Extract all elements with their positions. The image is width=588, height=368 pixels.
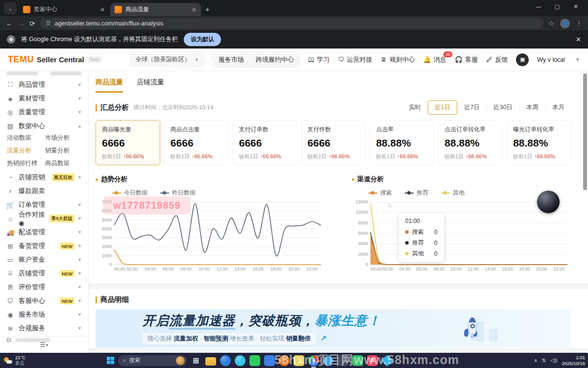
sidebar-item[interactable]: ◈素材管理▼ <box>0 92 88 105</box>
range-button[interactable]: 近1日 <box>428 100 457 115</box>
forward-icon[interactable]: → <box>18 20 24 27</box>
header-nav-doc[interactable]: 🗎规则中心 <box>381 55 415 64</box>
stat-card[interactable]: 商品曝光量6666较前1日↑66.66% <box>96 120 160 165</box>
network-icon[interactable]: ⇅ <box>542 358 546 363</box>
page-scrollbar[interactable] <box>583 73 587 351</box>
sidebar-item[interactable]: 🗩客服中心NEW▼ <box>0 294 88 308</box>
minimize-button[interactable]: — <box>529 0 548 13</box>
range-button[interactable]: 本周 <box>519 100 545 115</box>
sidebar-item[interactable]: ⛶商品管理▼ <box>0 78 88 92</box>
red-n-icon[interactable]: N <box>367 355 378 366</box>
range-button[interactable]: 本月 <box>545 100 571 115</box>
weather-widget[interactable]: 21°C 多云 <box>0 355 25 366</box>
bookmark-star-icon[interactable]: ☆ <box>548 20 554 27</box>
new-tab-button[interactable]: + <box>205 5 210 13</box>
avatar[interactable]: ▣ <box>516 53 529 66</box>
wechat-icon[interactable] <box>249 355 260 366</box>
range-button[interactable]: 近30日 <box>487 100 519 115</box>
volume-icon[interactable]: ◁)) <box>550 358 557 363</box>
set-default-button[interactable]: 设为默认 <box>184 33 221 46</box>
sidebar-item[interactable]: 🖹评价管理▼ <box>0 280 88 294</box>
sidebar-item[interactable]: ⌂合作对接◉享5大权益▼ <box>0 212 88 225</box>
legend-item[interactable]: 推荐 <box>405 189 428 197</box>
sidebar-item[interactable]: ◎质量管理▼ <box>0 105 88 119</box>
sidebar-subitem[interactable]: 销量分析 <box>45 147 88 155</box>
stat-card[interactable]: 点击率88.88%较前1日↑66.66% <box>369 120 434 165</box>
header-nav-chat[interactable]: 🗨运营对接 <box>338 55 372 64</box>
chevron-down-icon[interactable]: ▼ <box>575 57 580 62</box>
stat-card[interactable]: 支付订单数6666较前1日↑66.66% <box>233 120 297 165</box>
banner-subtitle-part: · <box>198 335 203 342</box>
range-button[interactable]: 实时 <box>402 100 428 115</box>
profile-icon[interactable]: 👤 <box>560 19 570 28</box>
start-button[interactable] <box>107 357 114 364</box>
app-blue-icon[interactable] <box>264 355 275 366</box>
sidebar-item[interactable]: ◔店铺营销黑五狂欢▼ <box>0 171 88 184</box>
tab-商品流量[interactable]: 商品流量 <box>96 78 123 93</box>
scrollbar-thumb[interactable] <box>583 74 587 190</box>
sidebar-subitem[interactable]: 市场分析 <box>45 134 88 142</box>
back-icon[interactable]: ← <box>6 20 13 27</box>
header-nav-book[interactable]: 🕮学习 <box>308 55 330 64</box>
browser-tab[interactable]: 商品流量✕ <box>110 3 201 16</box>
legend-item[interactable]: 其他 <box>441 189 465 197</box>
tab-search-button[interactable]: ⌄ <box>4 2 17 15</box>
stat-card[interactable]: 点击订单转化率88.88%较前1日↑66.66% <box>438 120 503 165</box>
camera-app-icon[interactable] <box>338 355 348 366</box>
channel-chart[interactable]: 02000400060008000100001200000:0002:0004:… <box>352 198 571 272</box>
sidebar-item[interactable]: ◉服务市场▼ <box>0 308 88 321</box>
tray-chevron-up-icon[interactable]: ∧ <box>534 358 537 363</box>
firefox-icon[interactable] <box>279 355 290 366</box>
notes-icon[interactable] <box>294 355 304 366</box>
sidebar-item[interactable]: ⊞备货管理NEW▼ <box>0 239 88 253</box>
header-nav-bell[interactable]: 🔔消息49 <box>423 55 446 64</box>
stat-card[interactable]: 支付件数6666较前1日↑66.66% <box>301 120 366 165</box>
header-nav-link[interactable]: 跨境履约中心 <box>250 52 300 68</box>
sidebar-collapse-button[interactable]: ☰▸ <box>0 336 88 353</box>
video-green-icon[interactable] <box>352 355 363 366</box>
close-button[interactable]: ✕ <box>566 0 585 13</box>
edge-icon[interactable] <box>235 355 245 366</box>
header-nav-link[interactable]: 服务市场 <box>213 52 250 68</box>
sidebar-item[interactable]: 🚚配送管理▼ <box>0 225 88 239</box>
sidebar-item[interactable]: ♆爆款跟卖 <box>0 184 88 198</box>
sidebar-item[interactable]: ⌸店铺管理NEW▼ <box>0 267 88 280</box>
menu-kebab-icon[interactable]: ⋮ <box>576 20 582 27</box>
gem-blue2-icon[interactable] <box>381 354 393 366</box>
sidebar-subitem[interactable]: 活动数据 <box>7 134 45 142</box>
taskbar-search[interactable]: ⌕ 搜索 <box>118 355 187 366</box>
browser-blue-icon[interactable] <box>220 355 231 366</box>
sidebar-item[interactable]: ▤数据中心▲ <box>0 119 88 133</box>
reload-icon[interactable]: ⟳ <box>29 20 35 27</box>
tab-close-icon[interactable]: ✕ <box>100 6 105 13</box>
task-view-icon[interactable]: ⊞ <box>191 355 201 366</box>
url-bar[interactable]: ☰ agentseller.temu.com/main/flux-analysi… <box>40 18 544 29</box>
site-settings-icon[interactable]: ☰ <box>46 20 51 26</box>
gem-blue-icon[interactable] <box>322 354 334 366</box>
range-button[interactable]: 近7日 <box>457 100 487 115</box>
sidebar-subitem[interactable]: 商品数据 <box>45 159 88 168</box>
tooltip-dot-icon <box>405 230 409 234</box>
banner-close-icon[interactable]: ✕ <box>576 36 581 43</box>
file-explorer-icon[interactable] <box>205 357 216 366</box>
promo-banner[interactable]: 开启流量加速器，突破瓶颈，暴涨生意！ 随心选择 流量加权 · 智能预测 增长效果… <box>96 309 571 347</box>
sidebar-item[interactable]: 🛒订单管理▼ <box>0 198 88 212</box>
header-nav-headset[interactable]: 🎧客服 <box>455 55 478 64</box>
legend-item[interactable]: 搜索 <box>368 189 392 197</box>
stat-card[interactable]: 曝光订单转化率88.88%较前1日↑66.66% <box>507 120 571 165</box>
sidebar-item[interactable]: ≋合规服务▼ <box>0 321 88 335</box>
stat-card[interactable]: 商品点击量6666较前1日↑66.66% <box>164 120 229 165</box>
taskbar-clock[interactable]: 1:01 2025/10/16 <box>562 355 585 366</box>
maximize-button[interactable]: ▢ <box>548 0 566 13</box>
chrome-icon[interactable] <box>308 355 319 366</box>
header-nav-feedback[interactable]: 🖉反馈 <box>486 55 508 64</box>
sidebar-item[interactable]: ▭账户资金▼ <box>0 253 88 267</box>
browser-tab[interactable]: 卖家中心✕ <box>19 3 109 16</box>
sidebar-subitem[interactable]: 流量分析 <box>7 147 45 155</box>
legend-item[interactable]: 昨日数据 <box>160 189 196 197</box>
legend-item[interactable]: 今日数据 <box>112 189 147 197</box>
tab-店铺流量[interactable]: 店铺流量 <box>137 78 164 93</box>
temu-logo[interactable]: TEMU <box>8 54 34 65</box>
sidebar-subitem[interactable]: 热销排行榜 <box>7 159 45 168</box>
tab-close-icon[interactable]: ✕ <box>192 6 196 13</box>
